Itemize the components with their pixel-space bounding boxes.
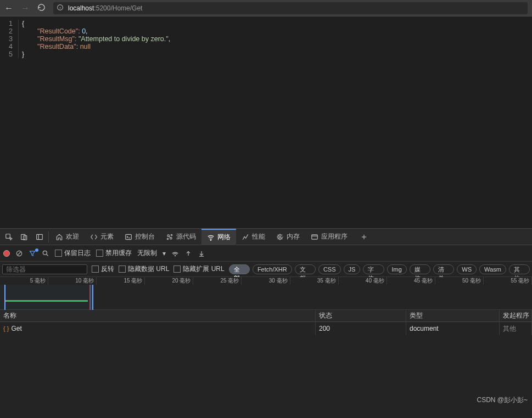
devtools-panel: 欢迎元素控制台源代码网络性能内存应用程序 保留日志 禁用缓存 无限制 ▾ (0, 228, 532, 418)
network-timeline[interactable]: 5 毫秒10 毫秒15 毫秒20 毫秒25 毫秒30 毫秒35 毫秒40 毫秒4… (0, 277, 532, 310)
column-header-name[interactable]: 名称 (0, 310, 316, 321)
tab-console[interactable]: 控制台 (119, 229, 160, 245)
hide-data-url-checkbox[interactable]: 隐藏数据 URL (119, 264, 169, 274)
search-button[interactable] (42, 250, 49, 257)
network-filter-row: 反转 隐藏数据 URL 隐藏扩展 URL 全部Fetch/XHR文档CSSJS字… (0, 262, 532, 277)
throttling-caret-icon[interactable]: ▾ (163, 250, 166, 257)
filter-type-文档[interactable]: 文档 (295, 264, 316, 274)
svg-point-24 (175, 255, 175, 256)
tab-elements[interactable]: 元素 (85, 229, 119, 245)
devtools-tabs: 欢迎元素控制台源代码网络性能内存应用程序 (0, 229, 532, 245)
json-viewer: 1{2"ResultCode": 0,3"ResultMsg": "Attemp… (0, 16, 532, 228)
tab-welcome[interactable]: 欢迎 (50, 229, 85, 245)
filter-toggle-button[interactable] (29, 250, 36, 257)
filter-type-Fetch/XHR[interactable]: Fetch/XHR (253, 264, 292, 274)
filter-type-字体[interactable]: 字体 (363, 264, 384, 274)
tab-sources[interactable]: 源代码 (160, 229, 201, 245)
timeline-request-bar (5, 300, 88, 302)
svg-line-23 (47, 254, 48, 256)
tab-application[interactable]: 应用程序 (305, 229, 353, 245)
clear-button[interactable] (15, 250, 23, 257)
filter-type-全部[interactable]: 全部 (229, 264, 250, 274)
svg-point-13 (167, 238, 168, 239)
inspect-button[interactable] (1, 229, 16, 245)
filter-type-Img[interactable]: Img (387, 264, 407, 274)
filter-type-JS[interactable]: JS (344, 264, 361, 274)
filter-type-Wasm[interactable]: Wasm (479, 264, 506, 274)
tab-performance[interactable]: 性能 (236, 229, 271, 245)
disable-cache-checkbox[interactable]: 禁用缓存 (96, 248, 132, 258)
forward-button[interactable]: → (21, 3, 30, 13)
download-button[interactable] (198, 250, 205, 257)
url-text: localhost:5200/Home/Get (68, 4, 142, 12)
network-toolbar: 保留日志 禁用缓存 无限制 ▾ (0, 245, 532, 262)
svg-point-22 (43, 251, 47, 255)
tab-memory[interactable]: 内存 (271, 229, 305, 245)
column-header-status[interactable]: 状态 (316, 310, 406, 321)
device-toggle-button[interactable] (16, 229, 32, 245)
filter-input[interactable] (2, 264, 87, 274)
filter-type-媒体[interactable]: 媒体 (410, 264, 430, 274)
svg-line-21 (18, 252, 21, 255)
upload-button[interactable] (184, 250, 192, 257)
browser-bar: ← → localhost:5200/Home/Get (0, 0, 532, 16)
preserve-log-checkbox[interactable]: 保留日志 (55, 248, 91, 258)
filter-type-清单[interactable]: 清单 (433, 264, 454, 274)
svg-point-15 (279, 236, 281, 238)
request-row[interactable]: { }Get200document其他 (0, 322, 532, 335)
column-header-type[interactable]: 类型 (406, 310, 500, 321)
invert-checkbox[interactable]: 反转 (92, 264, 114, 274)
tab-network[interactable]: 网络 (201, 229, 236, 245)
filter-type-其他[interactable]: 其他 (509, 264, 530, 274)
network-table: 名称 状态 类型 发起程序 { }Get200document其他 (0, 310, 532, 418)
throttling-select[interactable]: 无限制 (137, 248, 157, 258)
filter-type-WS[interactable]: WS (457, 264, 477, 274)
hide-ext-url-checkbox[interactable]: 隐藏扩展 URL (173, 264, 224, 274)
sidebar-toggle-button[interactable] (32, 229, 47, 245)
back-button[interactable]: ← (4, 3, 13, 13)
add-tab-button[interactable] (356, 229, 372, 245)
svg-point-12 (171, 234, 172, 235)
record-button[interactable] (3, 250, 10, 257)
svg-rect-6 (37, 234, 43, 239)
svg-point-14 (210, 240, 211, 240)
svg-rect-16 (312, 234, 318, 239)
reload-button[interactable] (37, 3, 46, 13)
column-header-initiator[interactable]: 发起程序 (500, 310, 532, 321)
filter-type-CSS[interactable]: CSS (318, 264, 341, 274)
info-icon (57, 4, 64, 13)
svg-rect-8 (126, 234, 132, 239)
url-bar[interactable]: localhost:5200/Home/Get (53, 2, 528, 14)
network-conditions-button[interactable] (171, 250, 179, 257)
